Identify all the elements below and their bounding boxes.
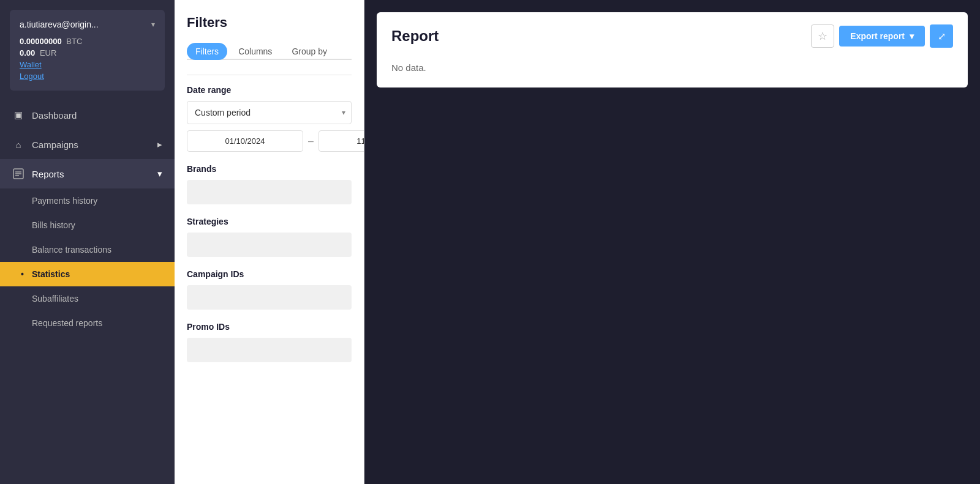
campaign-ids-input[interactable] xyxy=(187,285,352,310)
reports-icon xyxy=(12,168,24,180)
sidebar-item-reports[interactable]: Reports ▾ xyxy=(0,159,175,188)
campaign-ids-section: Campaign IDs xyxy=(187,269,352,310)
strategies-input[interactable] xyxy=(187,233,352,257)
expand-icon: ⤢ xyxy=(938,31,946,42)
filter-tab-bar: Filters Columns Group by xyxy=(187,43,352,60)
date-separator: – xyxy=(308,136,314,147)
btc-balance-row: 0.00000000 BTC xyxy=(20,37,155,46)
promo-ids-label: Promo IDs xyxy=(187,322,352,332)
date-range-label: Date range xyxy=(187,85,352,95)
main-content: Filters Filters Columns Group by Date ra… xyxy=(175,0,980,484)
expand-button[interactable]: ⤢ xyxy=(930,24,953,48)
wallet-link[interactable]: Wallet xyxy=(20,60,155,69)
strategies-section: Strategies xyxy=(187,217,352,257)
campaign-ids-label: Campaign IDs xyxy=(187,269,352,279)
dashboard-label: Dashboard xyxy=(32,110,77,121)
sidebar: a.tiutiareva@origin... ▾ 0.00000000 BTC … xyxy=(0,0,175,484)
promo-ids-input[interactable] xyxy=(187,338,352,362)
sidebar-subitem-statistics[interactable]: Statistics xyxy=(0,262,175,286)
user-menu-chevron-icon[interactable]: ▾ xyxy=(151,20,155,29)
filters-panel: Filters Filters Columns Group by Date ra… xyxy=(175,0,364,484)
report-card: Report ☆ Export report ▾ ⤢ No data. xyxy=(377,12,968,87)
btc-currency: BTC xyxy=(66,37,82,46)
btc-amount: 0.00000000 xyxy=(20,37,62,46)
campaigns-label: Campaigns xyxy=(32,140,78,150)
export-label: Export report xyxy=(850,31,905,41)
sidebar-subitem-payments-history[interactable]: Payments history xyxy=(0,188,175,213)
eur-amount: 0.00 xyxy=(20,48,35,58)
reports-chevron-icon: ▾ xyxy=(157,168,162,179)
period-select-wrapper: Custom period Today Yesterday Last 7 day… xyxy=(187,101,352,124)
no-data-text: No data. xyxy=(391,60,953,75)
brands-label: Brands xyxy=(187,164,352,174)
report-header: Report ☆ Export report ▾ ⤢ xyxy=(391,24,953,48)
date-range-inputs: – xyxy=(187,130,352,152)
star-icon: ☆ xyxy=(818,29,827,43)
tab-divider xyxy=(187,75,352,75)
report-title: Report xyxy=(391,28,439,45)
filters-title: Filters xyxy=(187,15,352,31)
star-button[interactable]: ☆ xyxy=(811,24,834,48)
strategies-label: Strategies xyxy=(187,217,352,226)
end-date-input[interactable] xyxy=(318,130,364,152)
report-actions: ☆ Export report ▾ ⤢ xyxy=(811,24,953,48)
start-date-input[interactable] xyxy=(187,130,303,152)
user-name: a.tiutiareva@origin... xyxy=(20,20,99,29)
campaigns-icon: ⌂ xyxy=(12,138,24,151)
sidebar-subitem-bills-history[interactable]: Bills history xyxy=(0,213,175,237)
export-report-button[interactable]: Export report ▾ xyxy=(839,26,925,47)
dashboard-icon: ▣ xyxy=(12,109,24,121)
tab-columns[interactable]: Columns xyxy=(230,43,281,60)
logout-link[interactable]: Logout xyxy=(20,72,155,81)
period-select[interactable]: Custom period Today Yesterday Last 7 day… xyxy=(187,101,352,124)
sidebar-subitem-requested-reports[interactable]: Requested reports xyxy=(0,311,175,335)
promo-ids-section: Promo IDs xyxy=(187,322,352,362)
eur-currency: EUR xyxy=(40,48,56,58)
eur-balance-row: 0.00 EUR xyxy=(20,48,155,58)
sidebar-item-campaigns[interactable]: ⌂ Campaigns ▸ xyxy=(0,130,175,159)
sidebar-subitem-balance-transactions[interactable]: Balance transactions xyxy=(0,237,175,262)
tab-filters[interactable]: Filters xyxy=(187,43,227,60)
export-chevron-icon: ▾ xyxy=(910,31,914,41)
tab-group-by[interactable]: Group by xyxy=(283,43,336,60)
user-card: a.tiutiareva@origin... ▾ 0.00000000 BTC … xyxy=(10,10,165,91)
date-range-section: Date range Custom period Today Yesterday… xyxy=(187,85,352,152)
brands-input[interactable] xyxy=(187,180,352,204)
report-panel: Report ☆ Export report ▾ ⤢ No data. xyxy=(364,0,980,484)
sidebar-item-dashboard[interactable]: ▣ Dashboard xyxy=(0,100,175,130)
brands-section: Brands xyxy=(187,164,352,204)
sidebar-subitem-subaffiliates[interactable]: Subaffiliates xyxy=(0,286,175,311)
reports-label: Reports xyxy=(32,169,64,179)
campaigns-chevron-icon: ▸ xyxy=(157,139,162,150)
